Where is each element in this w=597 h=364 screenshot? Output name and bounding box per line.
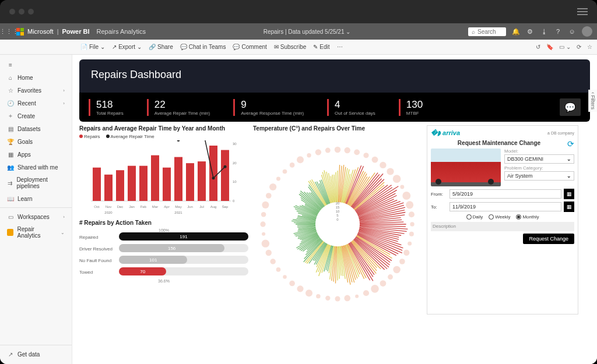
sidebar-item-learn[interactable]: 📖Learn [0, 192, 72, 205]
sidebar-workspace-repair[interactable]: Repair Analytics⌄ [0, 223, 72, 242]
settings-icon[interactable]: ⚙ [526, 27, 534, 36]
calendar-icon[interactable]: ▦ [564, 189, 574, 199]
svg-rect-12 [221, 150, 229, 201]
actions-chart-card[interactable]: # Repairs by Action Taken 100% Repaired … [79, 220, 248, 283]
download-icon[interactable]: ⭳ [540, 27, 548, 36]
to-date-input[interactable]: 11/9/2019 [449, 202, 561, 211]
svg-rect-11 [209, 146, 217, 201]
help-icon[interactable]: ? [554, 27, 562, 36]
combo-chart-card[interactable]: Repairs and Average Repair Time by Year … [79, 125, 248, 216]
form-refresh-icon[interactable]: ⟳ [567, 139, 574, 149]
database-icon: ▤ [7, 125, 14, 132]
sidebar-item-shared[interactable]: 👥Shared with me [0, 161, 72, 174]
request-change-button[interactable]: Request Change [523, 234, 574, 244]
svg-point-244 [266, 250, 272, 256]
frequency-radio-group[interactable]: Daily Weekly Monthly [431, 214, 574, 220]
action-bar-row: Repaired 191 [79, 232, 248, 242]
chat-teams-button[interactable]: 💬 Chat in Teams [180, 44, 226, 50]
sidebar-item-goals[interactable]: 🏆Goals [0, 135, 72, 148]
view-icon[interactable]: ▭ ⌄ [559, 44, 571, 50]
svg-point-248 [261, 212, 266, 217]
svg-text:Jul: Jul [199, 205, 204, 208]
window-controls[interactable] [9, 9, 34, 15]
clock-icon: 🕘 [7, 100, 14, 107]
sidebar-workspaces[interactable]: ▭Workspaces› [0, 210, 72, 223]
search-box[interactable]: ⌕ [468, 27, 506, 36]
svg-text:0: 0 [233, 199, 235, 203]
nav-toggle[interactable]: ≡ [0, 58, 72, 71]
sidebar-item-apps[interactable]: ▦Apps [0, 148, 72, 161]
comment-button[interactable]: 💬 Comment [233, 44, 266, 50]
sidebar-item-recent[interactable]: 🕘Recent› [0, 97, 72, 109]
svg-point-263 [372, 157, 378, 163]
dashboard-header: Repairs Dashboard [79, 59, 590, 93]
svg-text:10: 10 [233, 180, 237, 183]
file-menu[interactable]: 📄 File ⌄ [80, 44, 105, 50]
radio-weekly[interactable] [489, 214, 494, 220]
getdata-icon: ↗ [7, 351, 14, 358]
waffle-icon[interactable]: ⋮⋮⋮ [5, 27, 13, 36]
sidebar-item-create[interactable]: ＋Create [0, 109, 72, 122]
avatar[interactable] [582, 26, 592, 37]
sidebar-item-datasets[interactable]: ▤Datasets [0, 122, 72, 135]
radial-chart: 05101520 [256, 143, 419, 306]
calendar-icon[interactable]: ▦ [564, 202, 574, 212]
svg-point-235 [335, 296, 340, 301]
svg-text:Oct: Oct [94, 205, 100, 208]
refresh-icon[interactable]: ⟳ [577, 44, 581, 50]
action-bar-row: No Fault Found 101 [79, 256, 248, 265]
notification-icon[interactable]: 🔔 [512, 27, 520, 36]
export-menu[interactable]: ↗ Export ⌄ [112, 44, 142, 50]
share-button[interactable]: 🔗 Share [149, 44, 173, 50]
svg-rect-9 [186, 163, 194, 201]
svg-point-257 [315, 149, 321, 155]
kpi-avg-response-time: 9Average Response Time (min) [233, 99, 304, 116]
description-input[interactable]: Description [431, 222, 574, 231]
workspace-name[interactable]: Repairs Analytics [97, 28, 146, 35]
more-icon[interactable]: ⋯ [337, 44, 343, 50]
nav-sidebar: ≡ ⌂Home ☆Favorites› 🕘Recent› ＋Create ▤Da… [0, 55, 72, 364]
svg-point-251 [269, 183, 276, 190]
svg-rect-3 [116, 170, 124, 201]
star-icon: ☆ [7, 87, 14, 94]
kpi-avg-repair-time: 22Average Repair Time (min) [147, 99, 210, 116]
radial-chart-card[interactable]: Temperature (C°) and Repairs Over Time 0… [253, 125, 422, 314]
svg-point-269 [406, 201, 413, 208]
reset-icon[interactable]: ↺ [536, 44, 540, 50]
browser-menu-icon[interactable] [577, 8, 588, 15]
search-icon: ⌕ [472, 29, 475, 35]
sidebar-item-pipelines[interactable]: ⇉Deployment pipelines [0, 174, 72, 192]
model-select[interactable]: DB300 GEMINI⌄ [504, 154, 574, 164]
radio-daily[interactable] [466, 214, 472, 220]
combo-chart: OctNovDecJanFebMarAprMayJunJulAugSep2020… [79, 140, 243, 216]
svg-point-233 [355, 295, 359, 298]
bookmark-icon[interactable]: 🔖 [546, 44, 553, 50]
svg-point-247 [260, 221, 265, 227]
comment-bubble-icon[interactable]: 💬 [560, 98, 581, 116]
svg-text:20: 20 [233, 161, 237, 165]
star-icon[interactable]: ☆ [587, 44, 592, 50]
subscribe-button[interactable]: ✉ Subscribe [274, 44, 306, 50]
radio-monthly[interactable] [516, 214, 521, 220]
sidebar-item-favorites[interactable]: ☆Favorites› [0, 84, 72, 97]
breadcrumb[interactable]: Repairs | Data updated 5/25/21 ⌄ [146, 29, 468, 35]
from-date-input[interactable]: 5/9/2019 [449, 189, 561, 199]
svg-rect-8 [174, 157, 182, 201]
edit-button[interactable]: ✎ Edit [313, 44, 329, 50]
sidebar-item-home[interactable]: ⌂Home [0, 71, 72, 84]
svg-point-252 [276, 177, 280, 181]
category-select[interactable]: Air System⌄ [504, 171, 574, 181]
svg-text:Feb: Feb [141, 205, 147, 208]
apps-icon: ▦ [7, 151, 14, 158]
svg-point-268 [402, 192, 410, 200]
brand-app: Power BI [62, 28, 89, 35]
sidebar-getdata[interactable]: ↗Get data [0, 348, 72, 361]
filters-pane-tab[interactable]: ‹ Filters [588, 90, 597, 112]
svg-point-236 [325, 296, 330, 301]
svg-text:20: 20 [336, 202, 340, 205]
svg-point-226 [403, 250, 409, 256]
svg-point-20 [177, 140, 180, 142]
search-input[interactable] [477, 29, 501, 35]
home-icon: ⌂ [7, 74, 14, 81]
feedback-icon[interactable]: ☺ [568, 27, 576, 36]
